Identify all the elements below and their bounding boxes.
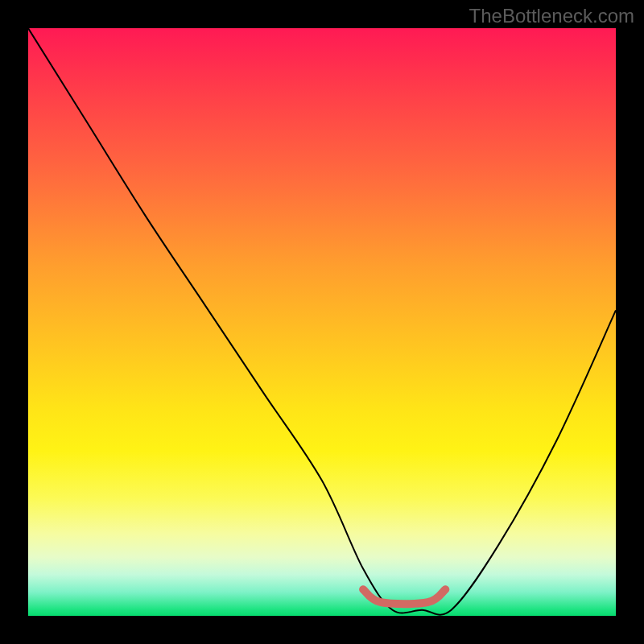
bottleneck-curve [28, 28, 616, 615]
watermark-text: TheBottleneck.com [469, 5, 634, 27]
plot-area [28, 28, 616, 616]
curve-layer [28, 28, 616, 616]
chart-container: TheBottleneck.com [0, 0, 644, 644]
